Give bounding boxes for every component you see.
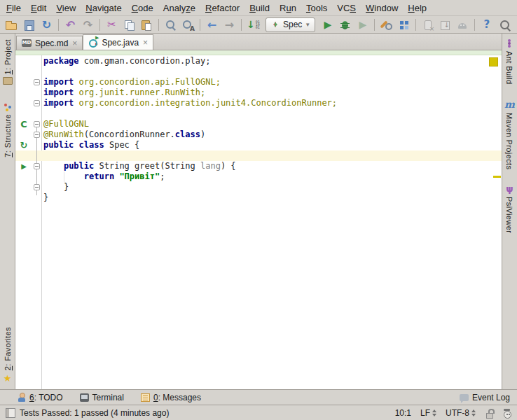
- code-line-9[interactable]: public class Spec {: [43, 140, 139, 150]
- left-tool-stripe: 1: Project7: Structure 2: Favorites: [0, 34, 15, 389]
- code-line-7[interactable]: @FullOGNL: [43, 119, 89, 130]
- toolbar-separator: [374, 19, 375, 31]
- search-everywhere-icon[interactable]: [497, 18, 514, 32]
- project-icon: [3, 77, 13, 85]
- menu-file[interactable]: File: [1, 1, 26, 15]
- project-structure-icon[interactable]: [395, 18, 413, 32]
- tool-button-6-todo[interactable]: 6: TODO: [17, 393, 63, 402]
- sdk-download-icon[interactable]: [436, 18, 454, 32]
- fold-marker[interactable]: [34, 121, 40, 127]
- synchronize-icon[interactable]: [38, 18, 55, 32]
- menu-edit[interactable]: Edit: [26, 1, 51, 15]
- tool-button-psiviewer[interactable]: PsiViewer: [505, 183, 513, 233]
- android-icon[interactable]: [454, 18, 471, 32]
- replace-icon[interactable]: [179, 18, 197, 32]
- tool-button-terminal[interactable]: Terminal: [80, 393, 124, 402]
- open-folder-icon[interactable]: [3, 18, 20, 32]
- bottom-tool-buttons: 6: TODOTerminal0: Messages: [17, 393, 201, 402]
- copy-icon[interactable]: [120, 18, 138, 32]
- code-line-8[interactable]: @RunWith(ConcordionRunner.class): [43, 130, 205, 140]
- event-log-icon: [460, 394, 469, 401]
- menu-run[interactable]: Run: [275, 1, 301, 15]
- tool-button-7-structure[interactable]: 7: Structure: [4, 103, 12, 158]
- line-separator-widget[interactable]: LF: [420, 408, 436, 418]
- help-icon[interactable]: [478, 18, 495, 32]
- menu-window[interactable]: Window: [361, 1, 403, 15]
- redo-icon[interactable]: [79, 18, 97, 32]
- tool-button-2-favorites[interactable]: 2: Favorites: [4, 327, 12, 384]
- tool-button-1-project[interactable]: 1: Project: [3, 39, 13, 85]
- run-icon[interactable]: [319, 18, 336, 32]
- code-line-13[interactable]: }: [43, 182, 69, 192]
- menu-view[interactable]: View: [51, 1, 81, 15]
- paste-icon[interactable]: [138, 18, 156, 32]
- tool-button-0-messages[interactable]: 0: Messages: [141, 393, 201, 402]
- line-separator-value: LF: [420, 408, 430, 418]
- concordion-run-icon[interactable]: [18, 119, 29, 130]
- updown-arrows-icon: [471, 410, 476, 416]
- encoding-widget[interactable]: UTF-8: [446, 408, 476, 418]
- fold-marker[interactable]: [34, 184, 40, 190]
- concordion-class-icon: [88, 38, 98, 48]
- inspection-status-indicator[interactable]: [489, 57, 498, 66]
- back-icon[interactable]: [203, 18, 221, 32]
- tool-button-label: 2: Favorites: [4, 327, 12, 370]
- messages-icon: [141, 393, 150, 402]
- tab-spec-java[interactable]: Spec.java×: [83, 34, 153, 50]
- menu-help[interactable]: Help: [403, 1, 432, 15]
- bottom-tool-bar: 6: TODOTerminal0: Messages Event Log: [0, 389, 517, 405]
- event-log-button[interactable]: Event Log: [460, 393, 510, 402]
- menu-code[interactable]: Code: [127, 1, 158, 15]
- toolwindow-toggle-icon[interactable]: [6, 408, 15, 418]
- warning-stripe-mark[interactable]: [493, 176, 501, 178]
- menu-analyze[interactable]: Analyze: [158, 1, 200, 15]
- run-method-icon[interactable]: [18, 161, 29, 172]
- markdown-file-icon: [22, 39, 32, 47]
- device-icon[interactable]: [419, 18, 436, 32]
- toolbar-separator: [200, 19, 200, 31]
- psiviewer-icon: [506, 183, 513, 194]
- code-line-14[interactable]: }: [43, 192, 48, 203]
- save-icon[interactable]: [20, 18, 38, 32]
- code-line-12[interactable]: return "Привіт";: [43, 172, 165, 182]
- tab-spec-md[interactable]: Spec.md×: [16, 36, 83, 50]
- code-line-3[interactable]: import org.concordion.api.FullOGNL;: [43, 77, 221, 88]
- toolbar-separator: [415, 19, 416, 31]
- undo-icon[interactable]: [62, 18, 79, 32]
- code-line-4[interactable]: import org.junit.runner.RunWith;: [43, 88, 205, 98]
- fold-marker[interactable]: [34, 132, 40, 138]
- editor[interactable]: package com.gman.concordion.play;import …: [15, 55, 502, 389]
- menu-refactor[interactable]: Refactor: [200, 1, 244, 15]
- indent-guide-line: [64, 172, 64, 182]
- tab-close-icon[interactable]: ×: [72, 38, 77, 48]
- code-line-1[interactable]: package com.gman.concordion.play;: [43, 56, 210, 66]
- tool-button-label: 0: Messages: [153, 393, 201, 402]
- hector-icon[interactable]: [502, 408, 511, 418]
- forward-icon[interactable]: [221, 18, 238, 32]
- menu-navigate[interactable]: Navigate: [81, 1, 126, 15]
- lock-icon[interactable]: [485, 408, 493, 418]
- fold-marker[interactable]: [34, 79, 40, 85]
- application-window: FileEditViewNavigateCodeAnalyzeRefactorB…: [0, 0, 517, 420]
- tool-button-label: 6: TODO: [29, 393, 63, 402]
- debug-icon[interactable]: [336, 18, 354, 32]
- cut-icon[interactable]: [103, 18, 120, 32]
- coverage-icon[interactable]: [354, 18, 371, 32]
- update-project-icon[interactable]: [244, 18, 262, 32]
- menu-tools[interactable]: Tools: [301, 1, 332, 15]
- tool-button-ant-build[interactable]: Ant Build: [505, 39, 513, 85]
- run-class-icon[interactable]: [18, 140, 29, 150]
- tool-button-maven-projects[interactable]: Maven Projects: [504, 99, 515, 169]
- tab-close-icon[interactable]: ×: [143, 38, 148, 48]
- status-bar: Tests Passed: 1 passed (4 minutes ago) 1…: [0, 405, 517, 420]
- settings-icon[interactable]: [378, 18, 395, 32]
- caret-position-widget[interactable]: 10:1: [395, 408, 411, 418]
- menu-build[interactable]: Build: [244, 1, 275, 15]
- code-line-11[interactable]: public String greet(String lang) {: [43, 161, 236, 172]
- fold-marker[interactable]: [34, 163, 40, 169]
- find-icon[interactable]: [162, 18, 179, 32]
- run-configuration-select[interactable]: Spec▼: [266, 18, 315, 32]
- menu-vcs[interactable]: VCS: [332, 1, 361, 15]
- fold-marker[interactable]: [34, 100, 40, 106]
- code-line-5[interactable]: import org.concordion.integration.junit4…: [43, 98, 337, 108]
